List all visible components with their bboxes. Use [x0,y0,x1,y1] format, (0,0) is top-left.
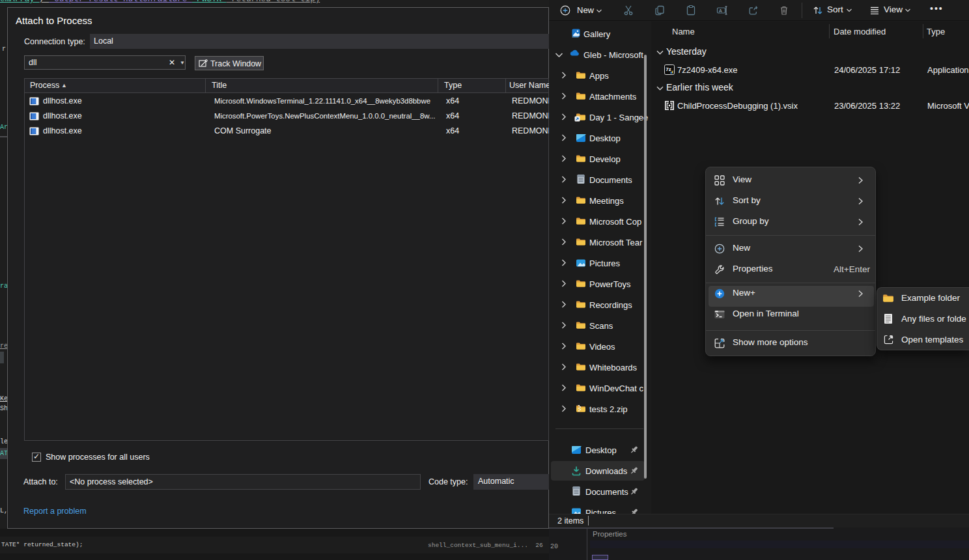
svg-text:A: A [719,8,722,13]
svg-text:7z: 7z [666,66,671,72]
